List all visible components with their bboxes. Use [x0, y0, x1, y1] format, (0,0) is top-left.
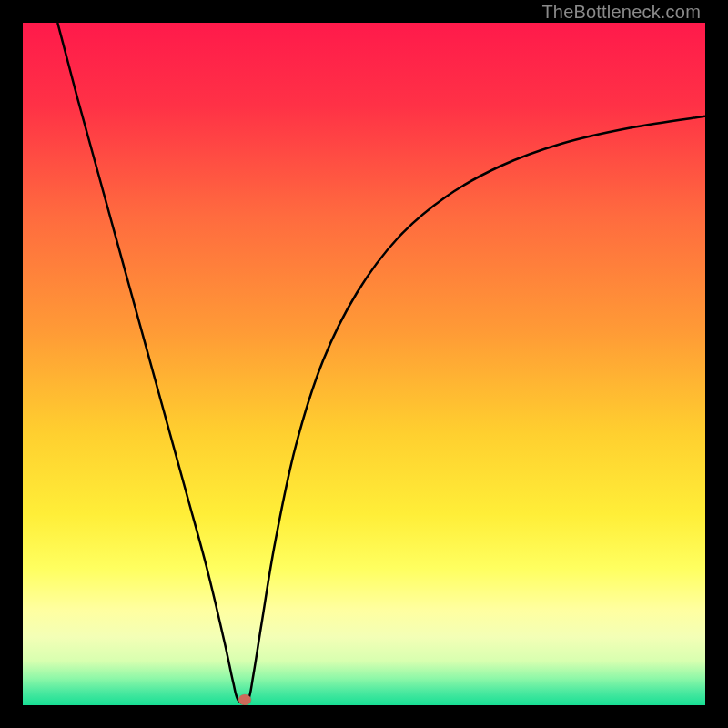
curve-layer [23, 23, 705, 705]
bottleneck-curve [57, 23, 705, 703]
watermark-text: TheBottleneck.com [541, 2, 701, 23]
optimum-marker [238, 694, 251, 705]
chart-frame: TheBottleneck.com [0, 0, 728, 728]
plot-area [23, 23, 705, 705]
